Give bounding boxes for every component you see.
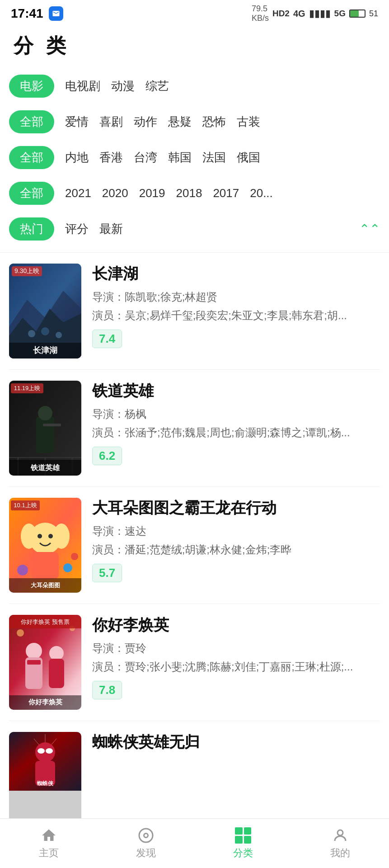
filter-item-2017[interactable]: 2017	[213, 186, 239, 200]
filter-item-action[interactable]: 动作	[134, 114, 157, 130]
nav-item-category[interactable]: 分类	[195, 827, 292, 860]
status-bar: 17:41 79.5KB/s HD2 4G ▮▮▮▮ 5G 51	[0, 0, 389, 25]
movie-cast-2: 演员：张涵予;范伟;魏晨;周也;俞灏明;森博之;谭凯;杨...	[92, 425, 380, 440]
svg-point-29	[71, 553, 78, 560]
filter-item-comedy[interactable]: 喜剧	[99, 114, 123, 130]
svg-point-22	[21, 524, 37, 549]
filter-chip-all-year[interactable]: 全部	[9, 182, 54, 205]
movie-cast-3: 演员：潘延;范楚绒;胡谦;林永健;金炜;李晔	[92, 542, 380, 557]
collapse-icon[interactable]: ⌃⌃	[359, 222, 380, 236]
filter-item-2021[interactable]: 2021	[65, 186, 91, 200]
svg-point-37	[49, 646, 64, 660]
filter-item-romance[interactable]: 爱情	[65, 114, 89, 130]
page-title: 分 类	[0, 25, 389, 68]
hd2-badge: HD2	[272, 9, 290, 19]
svg-rect-26	[32, 552, 59, 579]
profile-icon	[332, 827, 348, 844]
home-icon	[41, 827, 57, 844]
svg-text:大耳朵图图: 大耳朵图图	[30, 582, 60, 589]
speed-text: 79.5KB/s	[252, 4, 269, 23]
movie-item-1[interactable]: 9.30上映	[9, 253, 380, 370]
svg-point-52	[46, 748, 53, 754]
movie-rating-3: 5.7	[92, 564, 122, 582]
filter-item-2018[interactable]: 2018	[176, 186, 202, 200]
nav-item-discover[interactable]: 发现	[97, 827, 194, 860]
filter-chip-all-genre[interactable]: 全部	[9, 110, 54, 133]
svg-point-35	[26, 643, 42, 659]
status-time: 17:41	[11, 6, 43, 21]
movie-info-3: 大耳朵图图之霸王龙在行动 导演：速达 演员：潘延;范楚绒;胡谦;林永健;金炜;李…	[92, 498, 380, 582]
filter-row-genre: 全部 爱情 喜剧 动作 悬疑 恐怖 古装	[9, 104, 380, 140]
filter-item-2020[interactable]: 2020	[102, 186, 128, 200]
nav-item-home[interactable]: 主页	[0, 827, 97, 860]
movie-director-1: 导演：陈凯歌;徐克;林超贤	[92, 290, 380, 304]
movie-item-4[interactable]: 你好李焕英 预售票 你好李焕英 你好李焕英 导演：贾玲 演员：贾玲;张小斐;沈腾…	[9, 604, 380, 721]
bottom-nav: 主页 发现 分类 我的	[0, 818, 389, 868]
movie-cast-4: 演员：贾玲;张小斐;沈腾;陈赫;刘佳;丁嘉丽;王琳;杜源;...	[92, 659, 380, 675]
svg-point-27	[17, 565, 28, 576]
filter-item-mainland[interactable]: 内地	[65, 150, 89, 165]
movie-info-4: 你好李焕英 导演：贾玲 演员：贾玲;张小斐;沈腾;陈赫;刘佳;丁嘉丽;王琳;杜源…	[92, 615, 380, 699]
movie-info-1: 长津湖 导演：陈凯歌;徐克;林超贤 演员：吴京;易烊千玺;段奕宏;朱亚文;李晨;…	[92, 264, 380, 348]
movie-title-2: 铁道英雄	[92, 381, 380, 401]
movie-director-2: 导演：杨枫	[92, 407, 380, 421]
movie-title-4: 你好李焕英	[92, 615, 380, 636]
filter-item-france[interactable]: 法国	[202, 150, 226, 165]
filter-item-russia[interactable]: 俄国	[237, 150, 260, 165]
filter-row-sort: 热门 评分 最新 ⌃⌃	[9, 211, 380, 247]
movie-item-2[interactable]: 铁道英雄 11.19上映 铁道英雄 导演：杨枫 演员：张涵予;范伟;魏晨;周也;…	[9, 370, 380, 487]
filter-item-2019[interactable]: 2019	[139, 186, 165, 200]
filter-item-hongkong[interactable]: 香港	[99, 150, 123, 165]
filter-item-older[interactable]: 20...	[250, 186, 273, 200]
movie-poster-3: 大耳朵图图 10.1上映	[9, 498, 81, 593]
app-notification-icon	[49, 6, 63, 21]
filter-item-korea[interactable]: 韩国	[168, 150, 192, 165]
svg-point-28	[63, 563, 72, 572]
filter-chip-movie[interactable]: 电影	[9, 75, 54, 98]
movie-director-4: 导演：贾玲	[92, 641, 380, 656]
filter-item-tv[interactable]: 电视剧	[65, 78, 100, 94]
battery-percent: 51	[369, 9, 378, 19]
svg-text:你好李焕英: 你好李焕英	[28, 698, 63, 706]
filter-item-newest[interactable]: 最新	[99, 221, 123, 237]
svg-text:10.1上映: 10.1上映	[14, 502, 37, 509]
movie-cast-1: 演员：吴京;易烊千玺;段奕宏;朱亚文;李晨;韩东君;胡...	[92, 308, 380, 323]
movie-title-5: 蜘蛛侠英雄无归	[92, 732, 380, 753]
svg-point-25	[48, 534, 53, 538]
svg-point-51	[37, 748, 45, 754]
nav-label-home: 主页	[39, 846, 59, 860]
svg-rect-39	[27, 660, 41, 665]
filter-item-horror[interactable]: 恐怖	[202, 114, 226, 130]
movie-rating-1: 7.4	[92, 330, 122, 348]
filter-item-variety[interactable]: 综艺	[145, 78, 169, 94]
filter-item-anime[interactable]: 动漫	[111, 78, 135, 94]
movie-item-3[interactable]: 大耳朵图图 10.1上映 大耳朵图图之霸王龙在行动 导演：速达 演员：潘延;范楚…	[9, 487, 380, 604]
movie-info-2: 铁道英雄 导演：杨枫 演员：张涵予;范伟;魏晨;周也;俞灏明;森博之;谭凯;杨.…	[92, 381, 380, 465]
svg-point-5	[56, 332, 62, 338]
svg-text:长津湖: 长津湖	[33, 346, 57, 355]
filter-item-thriller[interactable]: 悬疑	[168, 114, 192, 130]
movie-title-3: 大耳朵图图之霸王龙在行动	[92, 498, 380, 519]
svg-text:你好李焕英 预售票: 你好李焕英 预售票	[20, 618, 70, 625]
svg-point-10	[38, 406, 52, 420]
svg-point-57	[337, 830, 343, 835]
poster-badge-1: 9.30上映	[12, 266, 42, 276]
nav-item-profile[interactable]: 我的	[292, 827, 389, 860]
svg-point-56	[144, 833, 148, 837]
movie-list: 9.30上映	[0, 253, 389, 835]
filter-item-taiwan[interactable]: 台湾	[134, 150, 157, 165]
filter-item-costume[interactable]: 古装	[237, 114, 260, 130]
svg-point-40	[17, 629, 24, 637]
filter-row-type: 电影 电视剧 动漫 综艺	[9, 68, 380, 104]
movie-rating-2: 6.2	[92, 447, 122, 465]
svg-point-55	[139, 829, 153, 842]
movie-item-5[interactable]: 蜘蛛侠 蜘蛛侠英雄无归	[9, 721, 380, 835]
nav-label-category: 分类	[233, 846, 253, 860]
filter-chip-hot[interactable]: 热门	[9, 217, 54, 241]
svg-point-23	[53, 524, 70, 549]
filter-chip-all-region[interactable]: 全部	[9, 146, 54, 169]
filter-item-rating[interactable]: 评分	[65, 221, 89, 237]
movie-poster-1: 9.30上映	[9, 264, 81, 359]
category-icon	[235, 827, 251, 844]
discover-icon	[138, 827, 154, 844]
